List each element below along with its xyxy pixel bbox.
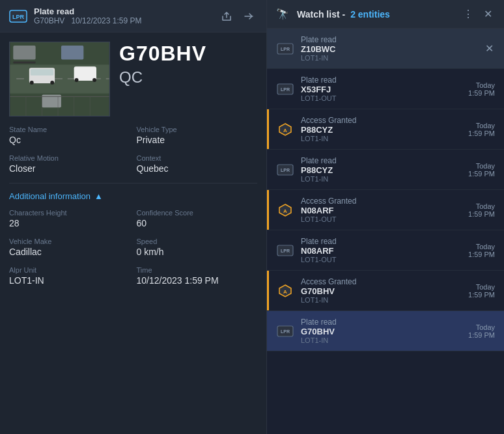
vehicle-make-label: Vehicle Make bbox=[9, 237, 130, 245]
list-item[interactable]: A Access Granted P88CYZ LOT1-IN Today 1:… bbox=[267, 109, 504, 150]
additional-info-toggle[interactable]: Additional information ▲ bbox=[0, 183, 266, 209]
close-panel-button[interactable]: ✕ bbox=[481, 7, 495, 21]
relative-motion-item: Relative Motion Closer bbox=[9, 154, 130, 174]
item-accent-bar bbox=[267, 109, 269, 149]
item-type: Plate read bbox=[301, 35, 479, 44]
item-accent-bar bbox=[267, 29, 269, 68]
item-type: Access Granted bbox=[301, 197, 468, 206]
item-close-button[interactable]: ✕ bbox=[484, 41, 495, 56]
item-date: Today bbox=[468, 202, 495, 210]
state-name-label: State Name bbox=[9, 126, 130, 133]
list-item[interactable]: LPR Plate read Z10BWC LOT1-IN ✕ bbox=[267, 29, 504, 69]
item-type: Plate read bbox=[301, 237, 468, 246]
svg-rect-11 bbox=[61, 46, 83, 60]
item-accent-bar bbox=[267, 311, 269, 351]
time-value: 10/12/2023 1:59 PM bbox=[137, 275, 258, 286]
watchlist-title: Watch list - bbox=[297, 9, 345, 20]
item-date: Today bbox=[468, 243, 495, 251]
camera-thumbnail bbox=[9, 42, 110, 116]
plate-read-icon: LPR bbox=[276, 161, 294, 179]
list-item[interactable]: LPR Plate read X53FFJ LOT1-OUT Today 1:5… bbox=[267, 69, 504, 109]
item-plate: P88CYZ bbox=[301, 125, 468, 135]
item-accent-bar bbox=[267, 230, 269, 270]
item-type: Access Granted bbox=[301, 116, 468, 125]
item-hour: 1:59 PM bbox=[468, 129, 495, 137]
plate-read-icon: LPR bbox=[276, 80, 294, 98]
watchlist-items-list: LPR Plate read Z10BWC LOT1-IN ✕ LPR Plat… bbox=[267, 29, 504, 434]
left-header-info: Plate read G70BHV 10/12/2023 1:59 PM bbox=[34, 7, 212, 25]
watchlist-count: 2 entities bbox=[350, 9, 390, 20]
speed-item: Speed 0 km/h bbox=[137, 237, 258, 257]
plate-read-icon: LPR bbox=[276, 40, 294, 58]
plate-read-icon: LPR bbox=[276, 241, 294, 260]
svg-text:A: A bbox=[283, 289, 287, 295]
context-label: Context bbox=[137, 154, 258, 162]
item-body: Access Granted N08ARF LOT1-OUT bbox=[301, 197, 468, 223]
svg-text:LPR: LPR bbox=[281, 168, 290, 172]
list-item[interactable]: LPR Plate read P88CYZ LOT1-IN Today 1:59… bbox=[267, 150, 504, 190]
item-type: Plate read bbox=[301, 156, 468, 165]
left-header-subtitle: G70BHV 10/12/2023 1:59 PM bbox=[34, 16, 212, 25]
list-item[interactable]: A Access Granted N08ARF LOT1-OUT Today 1… bbox=[267, 190, 504, 230]
svg-rect-6 bbox=[13, 61, 35, 63]
svg-text:LPR: LPR bbox=[281, 249, 290, 253]
item-plate: Z10BWC bbox=[301, 44, 479, 54]
item-type: Plate read bbox=[301, 318, 468, 327]
share-button[interactable] bbox=[218, 9, 235, 23]
more-options-button[interactable]: ⋮ bbox=[460, 7, 476, 21]
item-plate: X53FFJ bbox=[301, 85, 468, 94]
svg-point-9 bbox=[30, 81, 34, 85]
svg-rect-5 bbox=[13, 46, 35, 60]
item-accent-bar bbox=[267, 190, 269, 230]
list-item[interactable]: A Access Granted G70BHV LOT1-IN Today 1:… bbox=[267, 271, 504, 311]
relative-motion-label: Relative Motion bbox=[9, 154, 130, 162]
additional-info-arrow: ▲ bbox=[94, 191, 103, 201]
navigate-button[interactable] bbox=[240, 9, 257, 23]
plate-read-icon: LPR bbox=[9, 10, 27, 23]
svg-text:LPR: LPR bbox=[281, 329, 290, 334]
item-date: Today bbox=[468, 122, 495, 129]
item-location: LOT1-IN bbox=[301, 135, 468, 142]
item-hour: 1:59 PM bbox=[468, 170, 495, 178]
item-time: Today 1:59 PM bbox=[468, 122, 495, 137]
alpr-unit-item: Alpr Unit LOT1-IN bbox=[9, 266, 130, 286]
item-location: LOT1-IN bbox=[301, 175, 468, 183]
svg-text:LPR: LPR bbox=[281, 47, 290, 51]
item-hour: 1:59 PM bbox=[468, 251, 495, 258]
item-body: Plate read P88CYZ LOT1-IN bbox=[301, 156, 468, 183]
plate-read-icon: LPR bbox=[276, 322, 294, 340]
item-time: Today 1:59 PM bbox=[468, 162, 495, 178]
svg-rect-8 bbox=[31, 69, 53, 75]
item-hour: 1:59 PM bbox=[468, 210, 495, 218]
svg-text:A: A bbox=[283, 208, 287, 214]
plate-state: QC bbox=[119, 68, 206, 87]
right-panel-header: 🔭 Watch list - 2 entities ⋮ ✕ bbox=[267, 0, 504, 29]
left-header-title: Plate read bbox=[34, 7, 212, 16]
chars-height-label: Characters Height bbox=[9, 209, 130, 217]
svg-point-13 bbox=[75, 78, 79, 82]
item-plate: P88CYZ bbox=[301, 165, 468, 175]
item-plate: N08ARF bbox=[301, 206, 468, 215]
time-label: Time bbox=[137, 266, 258, 274]
time-item: Time 10/12/2023 1:59 PM bbox=[137, 266, 258, 286]
item-location: LOT1-IN bbox=[301, 336, 468, 344]
item-location: LOT1-OUT bbox=[301, 215, 468, 223]
list-item[interactable]: LPR Plate read N08ARF LOT1-OUT Today 1:5… bbox=[267, 230, 504, 271]
list-item[interactable]: LPR Plate read G70BHV LOT1-IN Today 1:59… bbox=[267, 311, 504, 351]
state-name-value: Qc bbox=[9, 135, 130, 145]
item-time: Today 1:59 PM bbox=[468, 81, 495, 97]
state-name-item: State Name Qc bbox=[9, 126, 130, 145]
item-time: Today 1:59 PM bbox=[468, 243, 495, 258]
item-location: LOT1-IN bbox=[301, 54, 479, 62]
svg-point-10 bbox=[50, 81, 54, 85]
item-body: Access Granted G70BHV LOT1-IN bbox=[301, 277, 468, 304]
item-accent-bar bbox=[267, 150, 269, 189]
chars-height-item: Characters Height 28 bbox=[9, 209, 130, 228]
camera-section: G70BHV QC bbox=[0, 33, 266, 126]
speed-value: 0 km/h bbox=[137, 247, 258, 257]
context-value: Quebec bbox=[137, 163, 258, 174]
item-plate: G70BHV bbox=[301, 286, 468, 296]
plate-number: G70BHV bbox=[119, 42, 206, 66]
left-panel-header: LPR Plate read G70BHV 10/12/2023 1:59 PM bbox=[0, 0, 266, 33]
svg-text:LPR: LPR bbox=[281, 87, 290, 92]
